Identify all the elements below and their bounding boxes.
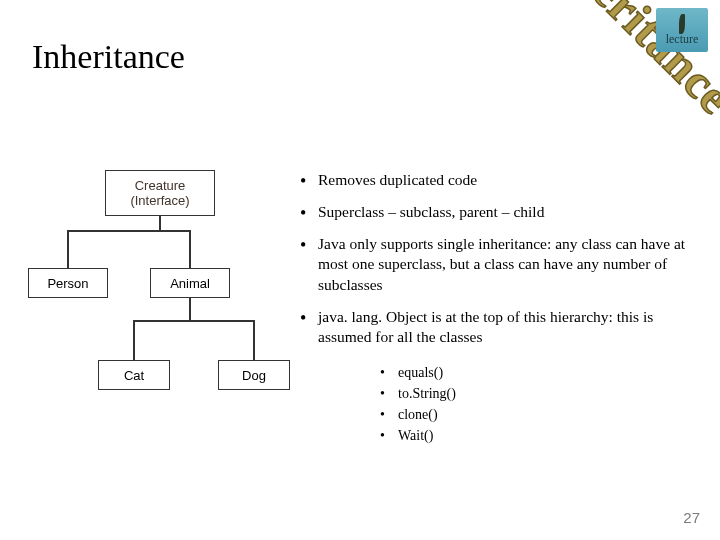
sub-bullet-item: equals() xyxy=(380,362,680,383)
bullet-item: Superclass – subclass, parent – child xyxy=(300,202,700,222)
connector xyxy=(159,216,161,230)
sub-bullet-item: to.String() xyxy=(380,383,680,404)
node-label: Creature xyxy=(135,178,186,193)
connector xyxy=(189,298,191,320)
bullet-item: Java only supports single inheritance: a… xyxy=(300,234,700,294)
connector xyxy=(67,230,191,232)
sub-bullet-list: equals() to.String() clone() Wait() xyxy=(380,362,680,446)
node-creature: Creature (Interface) xyxy=(105,170,215,216)
node-sublabel: (Interface) xyxy=(130,193,189,208)
node-label: Cat xyxy=(124,368,144,383)
connector xyxy=(133,320,135,360)
body-text: Removes duplicated code Superclass – sub… xyxy=(300,170,700,359)
bullet-item: java. lang. Object is at the top of this… xyxy=(300,307,700,347)
sub-bullet-item: clone() xyxy=(380,404,680,425)
connector xyxy=(133,320,255,322)
bullet-item: Removes duplicated code xyxy=(300,170,700,190)
page-number: 27 xyxy=(683,509,700,526)
sub-bullet-item: Wait() xyxy=(380,425,680,446)
slide-title: Inheritance xyxy=(32,38,185,76)
node-cat: Cat xyxy=(98,360,170,390)
node-dog: Dog xyxy=(218,360,290,390)
node-label: Dog xyxy=(242,368,266,383)
connector xyxy=(253,320,255,360)
bullet-list: Removes duplicated code Superclass – sub… xyxy=(300,170,700,347)
connector xyxy=(189,230,191,268)
badge-label: lecture xyxy=(666,32,699,47)
node-animal: Animal xyxy=(150,268,230,298)
sub-bullet-wrap: equals() to.String() clone() Wait() xyxy=(380,358,680,446)
node-label: Person xyxy=(47,276,88,291)
node-label: Animal xyxy=(170,276,210,291)
connector xyxy=(67,230,69,268)
hierarchy-diagram: Creature (Interface) Person Animal Cat D… xyxy=(20,170,300,430)
node-person: Person xyxy=(28,268,108,298)
feather-icon xyxy=(679,14,685,34)
lecture-badge: lecture xyxy=(656,8,708,52)
